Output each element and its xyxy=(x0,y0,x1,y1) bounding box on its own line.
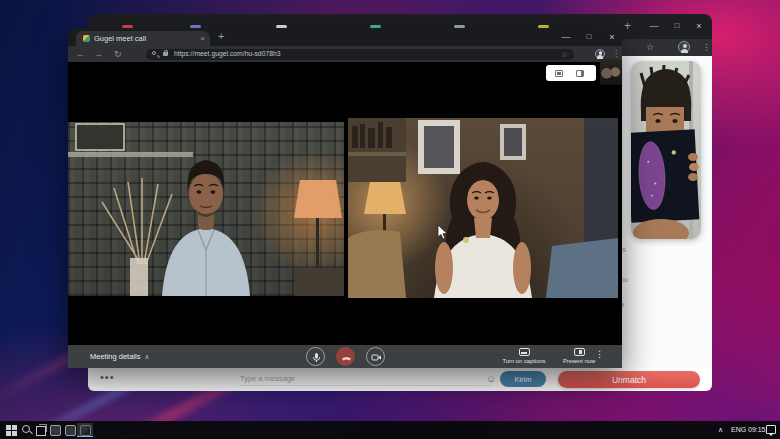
notification-center-icon[interactable] xyxy=(766,425,776,434)
maximize-button[interactable]: □ xyxy=(578,28,600,46)
captions-label: Turn on captions xyxy=(503,358,546,364)
meeting-details-button[interactable]: Meeting details∧ xyxy=(90,352,149,361)
self-view-thumbnail[interactable] xyxy=(600,59,622,85)
captions-icon xyxy=(519,348,530,356)
desktop: + — □ × ☆ ⋮ xyxy=(0,0,780,439)
grid-view-icon[interactable] xyxy=(555,70,563,77)
chat-message-fragment: a xyxy=(620,301,640,308)
participant-man-scene xyxy=(68,122,344,296)
emoji-icon[interactable]: ☺ xyxy=(486,372,496,386)
bookmark-star-icon[interactable]: ☆ xyxy=(561,50,568,59)
start-button[interactable] xyxy=(4,423,18,437)
taskbar: ∧ ENG 09:15 xyxy=(0,421,780,439)
close-button[interactable]: × xyxy=(601,28,622,46)
send-button[interactable]: Kirim xyxy=(500,371,546,387)
taskbar-app-icon[interactable] xyxy=(48,423,62,437)
meet-control-bar: Meeting details∧ Turn on captions Presen… xyxy=(68,345,622,368)
address-bar[interactable]: https://meet.gugel.com/hu-sd078h3 ☆ xyxy=(146,49,574,60)
present-icon xyxy=(574,348,585,356)
message-input[interactable]: Type a message xyxy=(240,372,490,386)
sidebar-view-icon[interactable] xyxy=(576,70,584,77)
man xyxy=(162,160,250,296)
url-text: https://meet.gugel.com/hu-sd078h3 xyxy=(174,50,281,57)
mic-icon xyxy=(311,352,322,363)
camera-button[interactable] xyxy=(366,347,385,366)
taskbar-active-app-icon[interactable] xyxy=(77,423,93,437)
close-button[interactable]: × xyxy=(688,16,710,36)
minimize-button[interactable]: — xyxy=(555,28,577,46)
camera-icon xyxy=(371,352,382,363)
chat-side-panel: rs nu a xyxy=(620,56,712,368)
task-view-icon[interactable] xyxy=(34,423,48,437)
more-options-icon[interactable]: ⋮ xyxy=(595,349,604,359)
video-tile-left[interactable] xyxy=(68,122,344,296)
mic-button[interactable] xyxy=(306,347,325,366)
profile-avatar[interactable] xyxy=(595,49,605,59)
participant-holding-record xyxy=(631,61,701,239)
meet-video-area xyxy=(68,62,622,345)
background-window-toolbar: ☆ ⋮ xyxy=(620,39,712,56)
tab-title: Gugel meet call xyxy=(94,34,190,43)
new-tab-button[interactable]: + xyxy=(624,18,631,34)
layout-options-popup[interactable] xyxy=(546,65,596,81)
hang-up-button[interactable] xyxy=(336,347,355,366)
tray-chevron-icon[interactable]: ∧ xyxy=(718,421,723,439)
browser-menu-icon[interactable]: ⋮ xyxy=(702,40,711,55)
language-indicator[interactable]: ENG xyxy=(731,421,746,439)
video-tile-right[interactable] xyxy=(348,118,618,298)
turn-on-captions-button[interactable]: Turn on captions xyxy=(496,348,552,365)
browser-toolbar: ← → ↻ https://meet.gugel.com/hu-sd078h3 … xyxy=(68,46,622,62)
typing-indicator: ••• xyxy=(100,371,115,383)
mouse-cursor xyxy=(437,224,449,240)
maximize-button[interactable]: □ xyxy=(666,16,688,36)
taskbar-search-icon[interactable] xyxy=(20,423,34,437)
back-icon[interactable]: ← xyxy=(76,47,85,61)
new-tab-button[interactable]: + xyxy=(218,30,224,42)
chat-input-bar: ••• Type a message ☺ Kirim Unmatch xyxy=(88,368,712,391)
reload-icon[interactable]: ↻ xyxy=(114,47,122,61)
taskbar-app-icon[interactable] xyxy=(63,423,77,437)
meeting-details-label: Meeting details xyxy=(90,352,140,361)
video-participant-thumbnail[interactable] xyxy=(631,61,701,239)
profile-avatar[interactable] xyxy=(678,41,690,53)
tab-favicon xyxy=(83,35,90,42)
minimize-button[interactable]: — xyxy=(643,16,665,36)
present-label: Present now xyxy=(563,358,595,364)
chevron-up-icon: ∧ xyxy=(144,353,149,360)
search-icon xyxy=(152,51,156,55)
clock[interactable]: 09:15 xyxy=(748,421,766,439)
participant-woman-scene xyxy=(348,118,618,298)
browser-tab[interactable]: Gugel meet call × xyxy=(76,31,210,46)
forward-icon[interactable]: → xyxy=(94,47,103,61)
hang-up-icon xyxy=(341,352,352,363)
unmatch-button[interactable]: Unmatch xyxy=(558,371,700,388)
tab-strip: Gugel meet call × + — □ × xyxy=(68,28,622,46)
meet-browser-window: Gugel meet call × + — □ × ← → ↻ https://… xyxy=(68,28,622,368)
chat-message-fragment: nu xyxy=(620,276,640,283)
tab-close-icon[interactable]: × xyxy=(200,34,205,43)
lock-icon xyxy=(163,52,168,56)
chat-message-fragment: rs xyxy=(620,246,640,253)
bookmark-star-icon[interactable]: ☆ xyxy=(646,40,654,55)
